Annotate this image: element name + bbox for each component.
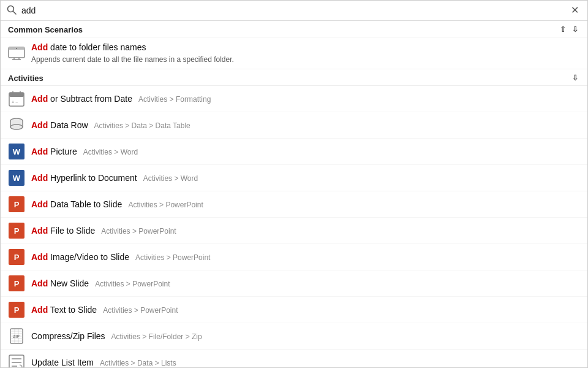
item-path: Activities > Formatting <box>138 94 211 105</box>
database-icon <box>8 117 25 134</box>
item-path: Activities > PowerPoint <box>128 200 203 210</box>
svg-rect-9 <box>9 93 24 97</box>
item-text: Add or Subtract from Date Activities > F… <box>31 93 211 105</box>
list-item[interactable]: P Add Image/Video to Slide Activities > … <box>1 244 587 270</box>
section-activities-chevrons: ⇩ <box>570 73 580 83</box>
close-button[interactable]: ✕ <box>568 4 581 17</box>
list-item[interactable]: W Add Picture Activities > Word <box>1 139 587 165</box>
update-list-icon <box>8 354 25 367</box>
search-input[interactable] <box>21 6 568 15</box>
list-item[interactable]: P Add File to Slide Activities > PowerPo… <box>1 218 587 244</box>
item-text: Add Image/Video to Slide Activities > Po… <box>31 251 210 264</box>
item-name: Add or Subtract from Date <box>31 93 132 105</box>
list-item[interactable]: W Add Hyperlink to Document Activities >… <box>1 165 587 191</box>
svg-point-7 <box>16 48 17 49</box>
list-item[interactable]: P Add Text to Slide Activities > PowerPo… <box>1 297 587 323</box>
results-area: Common Scenarios ⇧ ⇩ Add date to folder … <box>1 21 587 367</box>
item-path: Activities > PowerPoint <box>135 253 210 263</box>
zip-icon: ZIP <box>8 328 25 345</box>
item-text: Add Hyperlink to Document Activities > W… <box>31 172 198 185</box>
list-item[interactable]: P Add Data Table to Slide Activities > P… <box>1 191 587 218</box>
item-path: Activities > PowerPoint <box>101 226 176 237</box>
monitor-icon <box>8 45 25 62</box>
chevron-down-icon[interactable]: ⇩ <box>570 25 580 34</box>
item-name: Add Hyperlink to Document <box>31 172 137 185</box>
item-name: Add Data Row <box>31 120 88 132</box>
item-text: Add File to Slide Activities > PowerPoin… <box>31 225 176 237</box>
section-activities-label: Activities <box>8 74 43 83</box>
ppt-icon-file: P <box>8 222 25 239</box>
list-item[interactable]: Add date to folder files names Appends c… <box>1 37 587 69</box>
section-activities: Activities ⇩ <box>1 69 587 86</box>
item-name: Add Data Table to Slide <box>31 199 122 211</box>
ppt-icon-data-table: P <box>8 196 25 213</box>
item-text: Add New Slide Activities > PowerPoint <box>31 278 170 290</box>
item-path: Activities > PowerPoint <box>95 279 170 289</box>
search-bar: ✕ <box>1 1 587 21</box>
list-item[interactable]: Add Data Row Activities > Data > Data Ta… <box>1 112 587 139</box>
item-text: Add Text to Slide Activities > PowerPoin… <box>31 304 178 316</box>
item-name: Add File to Slide <box>31 225 95 237</box>
item-path: Activities > Word <box>83 147 138 158</box>
item-name: Add Image/Video to Slide <box>31 251 129 264</box>
calendar-icon: + − <box>8 90 25 107</box>
item-path: Activities > PowerPoint <box>103 305 178 316</box>
section-common-scenarios: Common Scenarios ⇧ ⇩ <box>1 21 587 37</box>
list-item[interactable]: ZIP Compress/Zip Files Activities > File… <box>1 323 587 350</box>
item-path: Activities > Word <box>143 174 198 184</box>
item-text: Add date to folder files names Appends c… <box>31 42 234 64</box>
item-path: Activities > Data > Lists <box>100 358 176 367</box>
search-icon <box>7 5 17 17</box>
word-icon-hyperlink: W <box>8 169 25 186</box>
svg-line-1 <box>13 11 17 14</box>
item-path: Activities > Data > Data Table <box>94 121 190 131</box>
activities-chevron-down-icon[interactable]: ⇩ <box>570 73 580 83</box>
item-text: Add Data Row Activities > Data > Data Ta… <box>31 120 190 132</box>
item-path: Activities > File/Folder > Zip <box>111 332 202 342</box>
item-name: Add date to folder files names <box>31 42 146 54</box>
svg-point-17 <box>10 125 23 129</box>
chevron-up-icon[interactable]: ⇧ <box>558 25 568 34</box>
ppt-icon-text: P <box>8 301 25 318</box>
item-text: Compress/Zip Files Activities > File/Fol… <box>31 331 202 343</box>
list-item[interactable]: P Add New Slide Activities > PowerPoint <box>1 270 587 297</box>
section-chevrons: ⇧ ⇩ <box>558 25 580 34</box>
item-name: Add Picture <box>31 146 77 158</box>
list-item[interactable]: Update List Item Activities > Data > Lis… <box>1 350 587 367</box>
item-name: Compress/Zip Files <box>31 331 105 343</box>
item-text: Add Picture Activities > Word <box>31 146 138 158</box>
list-item[interactable]: + − Add or Subtract from Date Activities… <box>1 86 587 112</box>
item-name: Add Text to Slide <box>31 304 97 316</box>
word-icon: W <box>8 143 25 160</box>
item-text: Update List Item Activities > Data > Lis… <box>31 357 176 367</box>
item-description: Appends current date to all the file nam… <box>31 55 234 65</box>
section-common-scenarios-label: Common Scenarios <box>8 25 83 34</box>
svg-text:+ −: + − <box>12 100 18 104</box>
item-text: Add Data Table to Slide Activities > Pow… <box>31 199 203 211</box>
ppt-icon-image-video: P <box>8 248 25 266</box>
item-name: Add New Slide <box>31 278 89 290</box>
svg-text:ZIP: ZIP <box>13 334 20 339</box>
ppt-icon-new-slide: P <box>8 275 25 292</box>
item-name: Update List Item <box>31 357 94 367</box>
